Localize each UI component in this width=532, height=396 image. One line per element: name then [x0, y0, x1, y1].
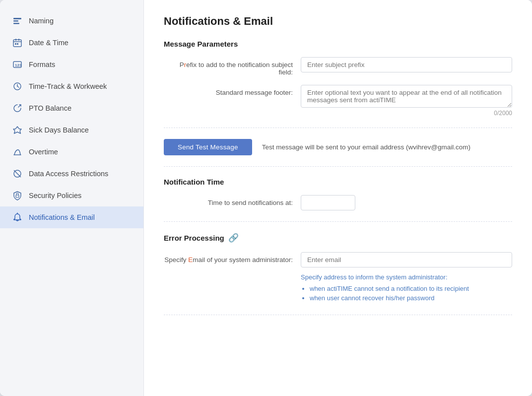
sidebar-item-time-track[interactable]: Time-Track & Workweek: [0, 75, 143, 97]
svg-rect-1: [13, 20, 18, 22]
send-test-row: Send Test Message Test message will be s…: [164, 139, 512, 155]
formats-icon: 123: [12, 59, 23, 70]
svg-rect-5: [18, 39, 19, 41]
message-params-section: Message Parameters Prefix to add to the …: [164, 40, 512, 117]
data-access-icon: [12, 168, 23, 179]
sidebar-label-pto: PTO Balance: [29, 104, 71, 112]
send-info-text: Test message will be sent to your email …: [262, 143, 470, 151]
error-processing-title: Error Processing: [164, 234, 224, 242]
notification-time-section: Notification Time Time to send notificat…: [164, 178, 512, 210]
divider-2: [164, 166, 512, 167]
calendar-icon: [12, 37, 23, 48]
svg-rect-4: [15, 39, 16, 41]
main-content: Notifications & Email Message Parameters…: [144, 0, 532, 396]
prefix-row: Prefix to add to the notification subjec…: [164, 57, 512, 76]
clock-icon: [12, 81, 23, 92]
page-title: Notifications & Email: [164, 15, 512, 28]
footer-textarea[interactable]: [301, 85, 512, 108]
sidebar-label-security: Security Policies: [29, 192, 81, 199]
svg-text:123: 123: [15, 63, 22, 67]
sidebar-label-naming: Naming: [29, 17, 54, 25]
char-count: 0/2000: [301, 110, 512, 117]
sidebar-label-formats: Formats: [29, 61, 55, 68]
sidebar-label-time-track: Time-Track & Workweek: [29, 82, 107, 90]
sidebar-item-naming[interactable]: Naming: [0, 10, 143, 32]
sidebar-label-sick-days: Sick Days Balance: [29, 126, 89, 134]
message-params-title: Message Parameters: [164, 40, 512, 48]
sidebar-label-data-access: Data Access Restrictions: [29, 170, 108, 178]
link-icon[interactable]: 🔗: [228, 233, 239, 243]
svg-rect-8: [17, 43, 18, 45]
overtime-icon: [12, 146, 23, 157]
send-test-button[interactable]: Send Test Message: [164, 139, 252, 155]
notification-time-input[interactable]: 09:00 AM: [301, 195, 355, 210]
footer-row: Standard message footer: 0/2000: [164, 85, 512, 117]
sidebar-label-notifications: Notifications & Email: [29, 213, 95, 221]
divider-3: [164, 221, 512, 222]
sidebar-label-overtime: Overtime: [29, 148, 58, 156]
admin-email-label: Specify Email of your system administrat…: [164, 252, 293, 264]
error-processing-title-row: Error Processing 🔗: [164, 233, 512, 243]
security-icon: [12, 190, 23, 201]
hint-list: when actiTIME cannot send a notification…: [310, 285, 512, 302]
sidebar-item-pto-balance[interactable]: PTO Balance: [0, 97, 143, 119]
sick-icon: [12, 125, 23, 135]
sidebar-item-sick-days[interactable]: Sick Days Balance: [0, 119, 143, 141]
svg-rect-2: [13, 23, 19, 24]
sidebar-item-overtime[interactable]: Overtime: [0, 141, 143, 163]
divider-4: [164, 315, 512, 315]
naming-icon: [12, 15, 23, 26]
sidebar: Naming Date & Time 123: [0, 0, 144, 396]
error-processing-section: Error Processing 🔗 Specify Email of your…: [164, 233, 512, 304]
bell-icon: [12, 212, 23, 223]
svg-rect-17: [16, 195, 19, 198]
svg-rect-0: [13, 18, 21, 19]
hint-item-1: when actiTIME cannot send a notification…: [310, 285, 512, 292]
hint-title: Specify address to inform the system adm…: [301, 273, 512, 281]
notification-time-label: Time to send notifications at:: [164, 195, 293, 206]
prefix-input[interactable]: [301, 57, 512, 72]
svg-line-13: [17, 86, 19, 87]
app-window: Naming Date & Time 123: [0, 0, 532, 396]
notification-time-row: Time to send notifications at: 09:00 AM: [164, 195, 512, 210]
hint-block: Specify address to inform the system adm…: [301, 273, 512, 304]
pto-icon: [12, 103, 23, 114]
sidebar-item-security[interactable]: Security Policies: [0, 185, 143, 206]
sidebar-label-date-time: Date & Time: [29, 39, 68, 47]
divider-1: [164, 128, 512, 128]
admin-email-row: Specify Email of your system administrat…: [164, 252, 512, 304]
sidebar-item-date-time[interactable]: Date & Time: [0, 32, 143, 54]
prefix-label: Prefix to add to the notification subjec…: [164, 57, 293, 76]
footer-label: Standard message footer:: [164, 85, 293, 96]
svg-rect-7: [15, 43, 16, 45]
notification-time-title: Notification Time: [164, 178, 512, 186]
hint-item-2: when user cannot recover his/her passwor…: [310, 294, 512, 302]
sidebar-item-data-access[interactable]: Data Access Restrictions: [0, 163, 143, 185]
sidebar-item-notifications[interactable]: Notifications & Email: [0, 206, 143, 228]
admin-email-input[interactable]: [301, 252, 512, 267]
sidebar-item-formats[interactable]: 123 Formats: [0, 54, 143, 75]
